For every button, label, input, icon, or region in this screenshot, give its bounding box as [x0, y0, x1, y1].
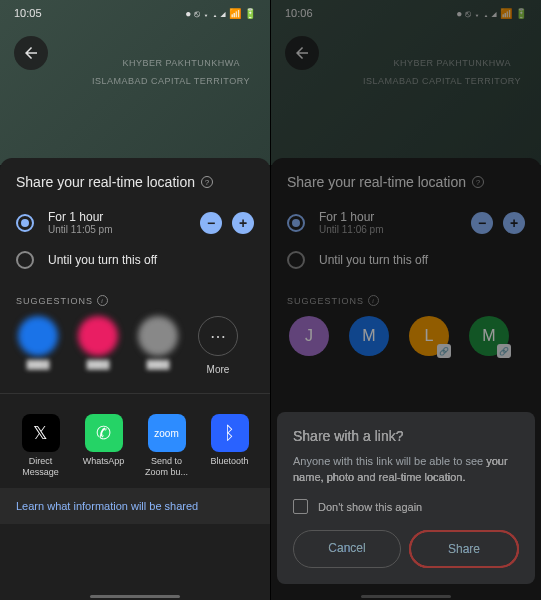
share-sheet: Share your real-time location ? For 1 ho…	[0, 158, 270, 600]
whatsapp-icon: ✆	[85, 414, 123, 452]
dialog-title: Share with a link?	[293, 428, 519, 444]
contact-suggestion[interactable]: ████	[76, 316, 120, 375]
share-app-zoom[interactable]: zoom Send to Zoom bu...	[142, 414, 191, 478]
status-icons: ● ⎋ ▾ ▴ ◢ 📶 🔋	[456, 8, 527, 19]
decrease-button[interactable]: −	[200, 212, 222, 234]
learn-more-link[interactable]: Learn what information will be shared	[0, 488, 270, 524]
option-primary-label: Until you turn this off	[319, 253, 525, 267]
radio-unchecked[interactable]	[16, 251, 34, 269]
suggestions-row: ████ ████ ████ ⋯ More	[0, 316, 270, 375]
info-icon[interactable]: i	[97, 295, 108, 306]
option-duration[interactable]: For 1 hour Until 11:06 pm − +	[271, 202, 541, 243]
status-icons: ● ⎋ ▾ ▴ ◢ 📶 🔋	[185, 8, 256, 19]
link-badge-icon: 🔗	[497, 344, 511, 358]
map-label-territory: ISLAMABAD CAPITAL TERRITORY	[363, 76, 521, 86]
suggestions-header: SUGGESTIONS i	[271, 277, 541, 316]
clock: 10:06	[285, 7, 313, 19]
x-icon: 𝕏	[22, 414, 60, 452]
share-link-dialog: Share with a link? Anyone with this link…	[277, 412, 535, 584]
map-label-region: KHYBER PAKHTUNKHWA	[393, 58, 511, 68]
option-until-off[interactable]: Until you turn this off	[271, 243, 541, 277]
share-app-bluetooth[interactable]: ᛒ Bluetooth	[205, 414, 254, 478]
option-primary-label: For 1 hour	[319, 210, 457, 224]
contact-suggestion[interactable]: M	[347, 316, 391, 356]
nav-handle[interactable]	[90, 595, 180, 598]
contact-suggestion[interactable]: J	[287, 316, 331, 356]
suggestions-header: SUGGESTIONS i	[0, 277, 270, 316]
contact-suggestion[interactable]: M🔗	[467, 316, 511, 356]
status-bar: 10:05 ● ⎋ ▾ ▴ ◢ 📶 🔋	[0, 0, 270, 26]
option-secondary-label: Until 11:05 pm	[48, 224, 186, 235]
contact-suggestion[interactable]: ████	[16, 316, 60, 375]
share-button[interactable]: Share	[409, 530, 519, 568]
more-icon: ⋯	[198, 316, 238, 356]
increase-button[interactable]: +	[232, 212, 254, 234]
help-icon[interactable]: ?	[201, 176, 213, 188]
cancel-button[interactable]: Cancel	[293, 530, 401, 568]
decrease-button[interactable]: −	[471, 212, 493, 234]
radio-unchecked[interactable]	[287, 251, 305, 269]
sheet-title: Share your real-time location	[287, 174, 466, 190]
status-bar: 10:06 ● ⎋ ▾ ▴ ◢ 📶 🔋	[271, 0, 541, 26]
sheet-title: Share your real-time location	[16, 174, 195, 190]
option-secondary-label: Until 11:06 pm	[319, 224, 457, 235]
left-screenshot: 10:05 ● ⎋ ▾ ▴ ◢ 📶 🔋 KHYBER PAKHTUNKHWA I…	[0, 0, 270, 600]
dialog-body: Anyone with this link will be able to se…	[293, 454, 519, 485]
arrow-left-icon	[293, 44, 311, 62]
contact-suggestion[interactable]: L🔗	[407, 316, 451, 356]
share-app-whatsapp[interactable]: ✆ WhatsApp	[79, 414, 128, 478]
info-icon[interactable]: i	[368, 295, 379, 306]
more-suggestions[interactable]: ⋯ More	[196, 316, 240, 375]
option-primary-label: Until you turn this off	[48, 253, 254, 267]
link-badge-icon: 🔗	[437, 344, 451, 358]
app-share-row: 𝕏 Direct Message ✆ WhatsApp zoom Send to…	[0, 393, 270, 488]
map-label-region: KHYBER PAKHTUNKHWA	[122, 58, 240, 68]
option-primary-label: For 1 hour	[48, 210, 186, 224]
bluetooth-icon: ᛒ	[211, 414, 249, 452]
map-label-territory: ISLAMABAD CAPITAL TERRITORY	[92, 76, 250, 86]
checkbox-label: Don't show this again	[318, 501, 422, 513]
increase-button[interactable]: +	[503, 212, 525, 234]
dont-show-checkbox-row[interactable]: Don't show this again	[293, 499, 519, 514]
back-button[interactable]	[14, 36, 48, 70]
share-app-direct-message[interactable]: 𝕏 Direct Message	[16, 414, 65, 478]
zoom-icon: zoom	[148, 414, 186, 452]
back-button[interactable]	[285, 36, 319, 70]
help-icon[interactable]: ?	[472, 176, 484, 188]
checkbox-icon[interactable]	[293, 499, 308, 514]
arrow-left-icon	[22, 44, 40, 62]
right-screenshot: 10:06 ● ⎋ ▾ ▴ ◢ 📶 🔋 KHYBER PAKHTUNKHWA I…	[271, 0, 541, 600]
contact-suggestion[interactable]: ████	[136, 316, 180, 375]
option-until-off[interactable]: Until you turn this off	[0, 243, 270, 277]
radio-selected[interactable]	[287, 214, 305, 232]
option-duration[interactable]: For 1 hour Until 11:05 pm − +	[0, 202, 270, 243]
nav-handle[interactable]	[361, 595, 451, 598]
radio-selected[interactable]	[16, 214, 34, 232]
suggestions-row: J M L🔗 M🔗	[271, 316, 541, 356]
clock: 10:05	[14, 7, 42, 19]
